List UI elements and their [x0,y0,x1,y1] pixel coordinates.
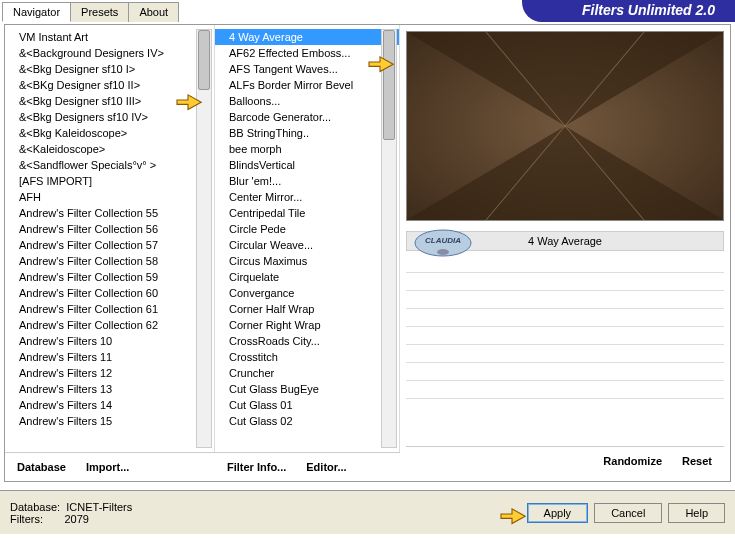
list-item[interactable]: &<Bkg Kaleidoscope> [5,125,214,141]
param-slider[interactable] [406,291,724,309]
app-title: Filters Unlimited 2.0 [522,0,735,22]
database-button[interactable]: Database [7,457,76,477]
list-item[interactable]: Circus Maximus [215,253,399,269]
param-slider[interactable] [406,363,724,381]
category-list[interactable]: VM Instant Art&<Background Designers IV>… [5,25,215,452]
selected-filter-name: 4 Way Average CLAUDIA [406,231,724,251]
list-item[interactable]: BlindsVertical [215,157,399,173]
list-item[interactable]: CrossRoads City... [215,333,399,349]
db-label: Database: [10,501,60,513]
param-slider[interactable] [406,273,724,291]
svg-text:CLAUDIA: CLAUDIA [425,236,461,245]
list-item[interactable]: Balloons... [215,93,399,109]
list-item[interactable]: Centripedal Tile [215,205,399,221]
filter-list[interactable]: 4 Way AverageAF62 Effected Emboss...AFS … [215,25,400,452]
import-button[interactable]: Import... [76,457,139,477]
list-item[interactable]: Cirquelate [215,269,399,285]
list-item[interactable]: 4 Way Average [215,29,399,45]
tab-bar: Navigator Presets About [2,2,178,22]
scrollbar[interactable] [196,29,212,448]
apply-button[interactable]: Apply [527,503,589,523]
help-button[interactable]: Help [668,503,725,523]
list-item[interactable]: &<BKg Designer sf10 II> [5,77,214,93]
watermark-badge: CLAUDIA [413,228,473,258]
filter-preview [406,31,724,221]
param-slider[interactable] [406,381,724,399]
list-item[interactable]: Blur 'em!... [215,173,399,189]
list-item[interactable]: AFH [5,189,214,205]
list-item[interactable]: Andrew's Filter Collection 55 [5,205,214,221]
tab-navigator[interactable]: Navigator [2,2,71,22]
filters-label: Filters: [10,513,43,525]
list-item[interactable]: Andrew's Filter Collection 59 [5,269,214,285]
filter-name-label: 4 Way Average [528,235,602,247]
svg-point-3 [437,249,449,255]
list-item[interactable]: &<Bkg Designer sf10 III> [5,93,214,109]
scrollbar[interactable] [381,29,397,448]
footer-info: Database: ICNET-Filters Filters: 2079 [10,501,527,525]
list-item[interactable]: &<Bkg Designers sf10 IV> [5,109,214,125]
list-item[interactable]: Andrew's Filter Collection 61 [5,301,214,317]
list-item[interactable]: Andrew's Filter Collection 56 [5,221,214,237]
param-slider[interactable] [406,309,724,327]
list-item[interactable]: Andrew's Filters 12 [5,365,214,381]
list-item[interactable]: Convergance [215,285,399,301]
list-item[interactable]: Corner Half Wrap [215,301,399,317]
list-item[interactable]: Center Mirror... [215,189,399,205]
list-item[interactable]: Andrew's Filter Collection 62 [5,317,214,333]
list-item[interactable]: Andrew's Filters 15 [5,413,214,429]
list-item[interactable]: Cruncher [215,365,399,381]
list-item[interactable]: Andrew's Filter Collection 60 [5,285,214,301]
list-item[interactable]: bee morph [215,141,399,157]
list-item[interactable]: Andrew's Filters 10 [5,333,214,349]
list-item[interactable]: Cut Glass 01 [215,397,399,413]
list-item[interactable]: Corner Right Wrap [215,317,399,333]
list-item[interactable]: VM Instant Art [5,29,214,45]
list-item[interactable]: Andrew's Filters 13 [5,381,214,397]
list-item[interactable]: &<Kaleidoscope> [5,141,214,157]
cancel-button[interactable]: Cancel [594,503,662,523]
list-item[interactable]: Circle Pede [215,221,399,237]
list-item[interactable]: BB StringThing.. [215,125,399,141]
tab-presets[interactable]: Presets [70,2,129,22]
db-value: ICNET-Filters [66,501,132,513]
randomize-button[interactable]: Randomize [593,451,672,471]
filters-count: 2079 [64,513,88,525]
list-item[interactable]: AFS Tangent Waves... [215,61,399,77]
list-item[interactable]: &<Bkg Designer sf10 I> [5,61,214,77]
filter-info-button[interactable]: Filter Info... [217,457,296,477]
list-item[interactable]: &<Background Designers IV> [5,45,214,61]
list-item[interactable]: ALFs Border Mirror Bevel [215,77,399,93]
list-item[interactable]: Barcode Generator... [215,109,399,125]
param-slider[interactable] [406,327,724,345]
param-slider[interactable] [406,345,724,363]
editor-button[interactable]: Editor... [296,457,356,477]
list-item[interactable]: Andrew's Filter Collection 57 [5,237,214,253]
list-item[interactable]: Circular Weave... [215,237,399,253]
tab-about[interactable]: About [128,2,179,22]
list-item[interactable]: Cut Glass 02 [215,413,399,429]
list-item[interactable]: AF62 Effected Emboss... [215,45,399,61]
list-item[interactable]: [AFS IMPORT] [5,173,214,189]
list-item[interactable]: Andrew's Filter Collection 58 [5,253,214,269]
list-item[interactable]: Andrew's Filters 11 [5,349,214,365]
reset-button[interactable]: Reset [672,451,722,471]
list-item[interactable]: Andrew's Filters 14 [5,397,214,413]
list-item[interactable]: Crosstitch [215,349,399,365]
list-item[interactable]: &<Sandflower Specials°v° > [5,157,214,173]
list-item[interactable]: Cut Glass BugEye [215,381,399,397]
